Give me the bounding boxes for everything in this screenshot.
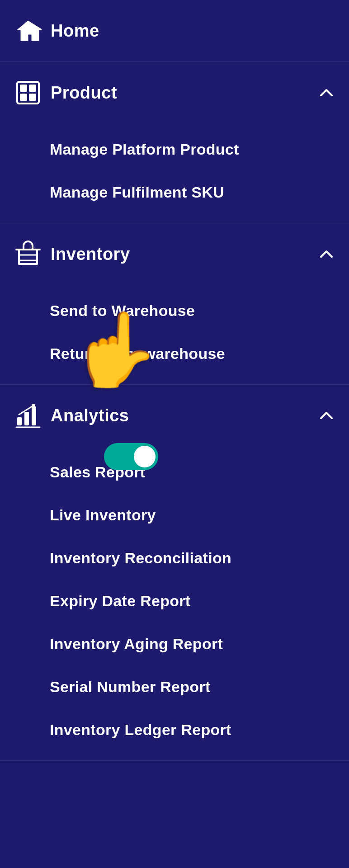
inventory-nav-item[interactable]: Inventory	[0, 223, 349, 285]
svg-rect-6	[24, 412, 29, 425]
analytics-nav-item[interactable]: Analytics	[0, 385, 349, 446]
inventory-icon	[14, 241, 42, 268]
svg-rect-1	[20, 85, 27, 92]
svg-point-8	[32, 404, 35, 407]
svg-rect-3	[29, 85, 36, 92]
manage-fulfilment-sku-item[interactable]: Manage Fulfilment SKU	[0, 171, 349, 214]
send-to-warehouse-item[interactable]: Send to Warehouse	[0, 289, 349, 332]
product-chevron-icon	[318, 85, 335, 101]
live-inventory-item[interactable]: Live Inventory	[0, 494, 349, 537]
svg-rect-4	[29, 94, 36, 101]
svg-rect-5	[17, 417, 22, 425]
svg-rect-7	[32, 406, 36, 425]
product-icon	[14, 79, 42, 106]
nav-section-home: Home	[0, 0, 349, 62]
product-label: Product	[51, 83, 117, 103]
nav-section-analytics: Analytics Sales Report Live Inventory In…	[0, 385, 349, 761]
inventory-chevron-icon	[318, 246, 335, 262]
product-sub-items: Manage Platform Product Manage Fulfilmen…	[0, 123, 349, 223]
analytics-sub-items: Sales Report Live Inventory Inventory Re…	[0, 446, 349, 760]
analytics-chevron-icon	[318, 407, 335, 424]
manage-platform-product-item[interactable]: Manage Platform Product	[0, 128, 349, 171]
nav-section-product: Product Manage Platform Product Manage F…	[0, 62, 349, 223]
inventory-label: Inventory	[51, 245, 130, 264]
home-label: Home	[51, 21, 99, 41]
analytics-label: Analytics	[51, 406, 129, 425]
svg-rect-2	[20, 94, 27, 101]
inventory-sub-items: Send to Warehouse Return from warehouse	[0, 285, 349, 384]
sidebar: Home Product	[0, 0, 349, 761]
expiry-date-report-item[interactable]: Expiry Date Report	[0, 580, 349, 623]
nav-section-inventory: Inventory Send to Warehouse Return from …	[0, 223, 349, 385]
home-nav-item[interactable]: Home	[0, 0, 349, 61]
return-from-warehouse-item[interactable]: Return from warehouse	[0, 332, 349, 375]
toggle-button[interactable]	[104, 443, 158, 470]
inventory-reconciliation-item[interactable]: Inventory Reconciliation	[0, 537, 349, 580]
inventory-ledger-report-item[interactable]: Inventory Ledger Report	[0, 708, 349, 751]
inventory-aging-report-item[interactable]: Inventory Aging Report	[0, 623, 349, 665]
home-icon	[14, 17, 42, 44]
product-nav-item[interactable]: Product	[0, 62, 349, 123]
sales-report-item[interactable]: Sales Report	[0, 451, 349, 494]
analytics-icon	[14, 402, 42, 429]
toggle-circle	[134, 446, 156, 467]
serial-number-report-item[interactable]: Serial Number Report	[0, 665, 349, 708]
